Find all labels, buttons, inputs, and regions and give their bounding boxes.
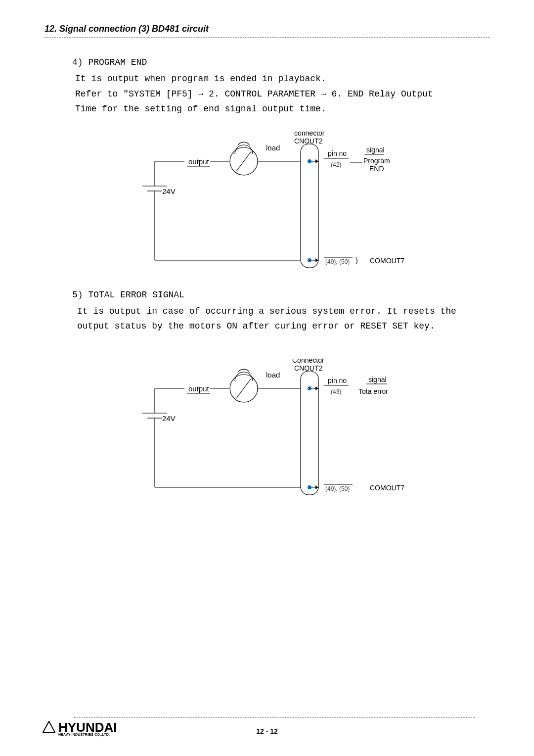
hyundai-logo: HYUNDAI [43, 721, 117, 734]
d2-pin43: (43) [331, 388, 341, 395]
d1-pin42: (42) [331, 161, 341, 168]
svg-point-11 [308, 159, 312, 163]
section-4-head: 4) PROGRAM END [72, 57, 485, 67]
d1-sig2: END [369, 165, 384, 173]
d2-connector1: Connector [292, 359, 324, 364]
d1-volt: 24V [162, 187, 176, 195]
svg-point-18 [308, 258, 312, 262]
d1-sig1: Program [363, 157, 390, 165]
d2-signal: signal [368, 376, 387, 383]
d2-load: load [266, 371, 280, 379]
d1-connector1: connector [294, 132, 325, 137]
diagram-2: 24V output load Connector CNOUT2 pin no … [72, 359, 485, 502]
section-5-head: 5) TOTAL ERROR SIGNAL [72, 290, 485, 300]
svg-line-30 [236, 378, 251, 398]
d2-volt: 24V [162, 414, 176, 423]
d1-signal: signal [366, 146, 385, 154]
main-content: 4) PROGRAM END It is output when program… [44, 57, 490, 502]
section-4-line2: Refer to "SYSTEM [PF5] → 2. CONTROL PARA… [75, 89, 433, 99]
d2-comout: COMOUT7 [370, 484, 404, 492]
header-divider [44, 37, 490, 38]
footer-divider [74, 717, 475, 718]
section-5-text: It is output in case of occurring a seri… [77, 304, 485, 334]
d2-sig: Tota error [358, 387, 388, 395]
section-5-line1: It is output in case of occurring a seri… [77, 306, 456, 316]
d2-connector2: CNOUT2 [294, 364, 323, 372]
d1-pin4950: (49), (50) [325, 258, 350, 265]
svg-point-39 [308, 485, 312, 489]
svg-point-33 [308, 386, 312, 390]
logo-text: HYUNDAI [58, 721, 117, 734]
page-footer: HYUNDAI HEAVY INDUSTRIES CO.,LTD. 12 - 1… [44, 717, 490, 736]
d1-comout: COMOUT7 [370, 257, 404, 265]
svg-line-8 [236, 151, 251, 171]
d1-output: output [188, 157, 210, 166]
d1-pinno: pin no [328, 149, 347, 157]
d2-pinno: pin no [328, 377, 347, 384]
d2-output: output [188, 384, 210, 393]
page-header-title: 12. Signal connection (3) BD481 circuit [44, 24, 490, 34]
hyundai-logo-icon [43, 721, 55, 734]
svg-marker-13 [315, 159, 318, 163]
d1-paren: ) [356, 256, 358, 264]
section-4-line1: It is output when program is ended in pl… [75, 74, 326, 84]
d1-load: load [266, 143, 280, 152]
section-5-line2: output status by the motors ON after cur… [77, 321, 435, 331]
diagram-1: 24V output load connector CNOUT2 pin no [72, 132, 485, 275]
d2-pin4950: (49), (50) [325, 485, 350, 492]
section-4-text: It is output when program is ended in pl… [75, 71, 485, 117]
svg-marker-35 [315, 386, 318, 390]
d1-connector2: CNOUT2 [294, 137, 323, 145]
section-4-line3: Time for the setting of end signal outpu… [75, 104, 326, 114]
svg-marker-43 [43, 721, 55, 732]
page-number: 12 - 12 [256, 727, 278, 735]
